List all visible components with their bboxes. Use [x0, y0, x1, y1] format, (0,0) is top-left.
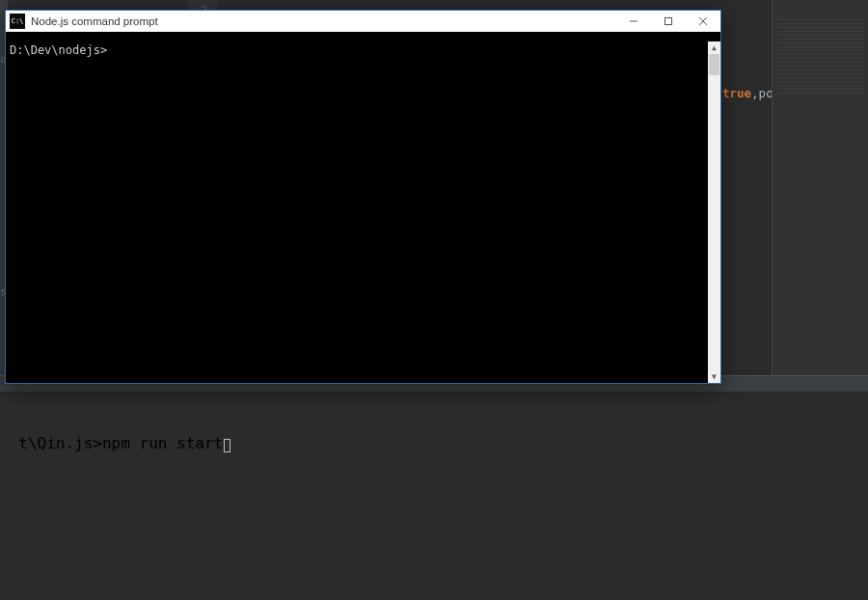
svg-rect-1	[665, 18, 672, 25]
scroll-down-arrow[interactable]: ▼	[708, 370, 720, 383]
cmd-prompt: D:\Dev\nodejs>	[10, 43, 107, 57]
editor-minimap[interactable]	[772, 0, 868, 376]
minimize-button[interactable]	[616, 11, 651, 32]
window-title: Node.js command prompt	[31, 15, 616, 27]
minimap-content	[777, 19, 864, 96]
cmd-icon: C:\	[10, 14, 25, 29]
terminal-line: t\Qin.js>npm run start	[0, 416, 231, 452]
window-titlebar[interactable]: C:\ Node.js command prompt	[6, 11, 720, 32]
terminal-prompt-text: t\Qin.js>npm run start	[18, 434, 223, 452]
nodejs-command-prompt-window: C:\ Node.js command prompt D:\Dev\nodejs…	[5, 10, 721, 384]
scroll-thumb[interactable]	[709, 54, 719, 75]
maximize-button[interactable]	[651, 11, 686, 32]
window-controls	[616, 11, 720, 32]
cmd-scrollbar[interactable]: ▲ ▼	[708, 41, 720, 383]
scroll-up-arrow[interactable]: ▲	[708, 41, 720, 54]
cmd-body: D:\Dev\nodejs> ▲ ▼	[6, 32, 720, 383]
cmd-output-area[interactable]: D:\Dev\nodejs>	[6, 41, 708, 383]
close-button[interactable]	[686, 11, 720, 32]
terminal-cursor	[224, 439, 231, 452]
